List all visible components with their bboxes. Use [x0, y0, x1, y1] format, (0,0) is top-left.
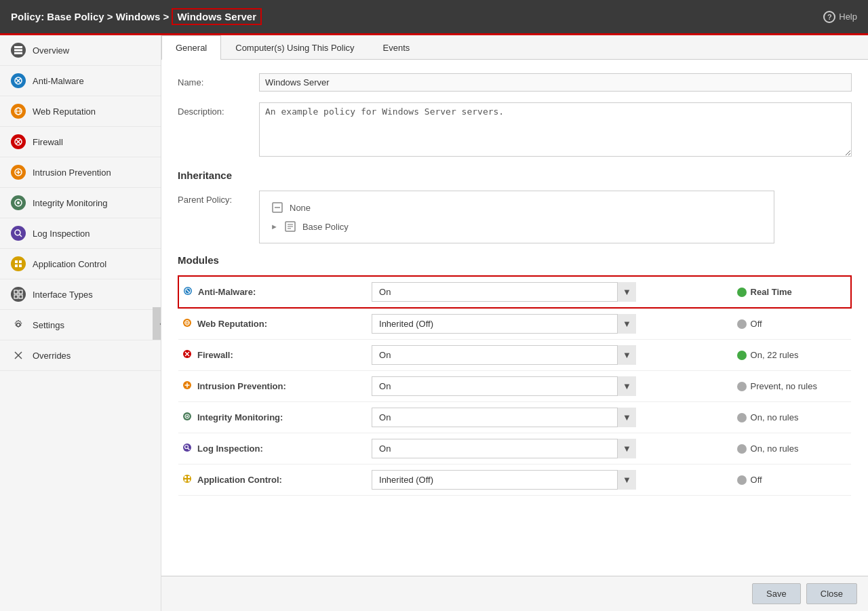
inheritance-box: None ► Base Policy — [259, 191, 774, 243]
svg-rect-1 — [14, 50, 22, 52]
module-name-web-reputation: Web Reputation: — [197, 319, 267, 329]
name-input[interactable] — [259, 73, 852, 92]
name-row: Name: — [178, 73, 852, 92]
sidebar-item-overrides[interactable]: Overrides — [0, 340, 161, 371]
tabs-bar: GeneralComputer(s) Using This PolicyEven… — [161, 35, 868, 60]
svg-rect-56 — [184, 476, 186, 478]
inheritance-heading: Inheritance — [178, 170, 852, 181]
sidebar-item-intrusion-prevention[interactable]: Intrusion Prevention — [0, 157, 161, 188]
parent-policy-label: Parent Policy: — [178, 191, 259, 205]
tab-computers-using[interactable]: Computer(s) Using This Policy — [221, 35, 368, 60]
firewall-sidebar-icon — [11, 134, 26, 149]
module-status-cell-log-inspection: On, no rules — [725, 433, 851, 465]
integrity-module-icon — [182, 412, 192, 423]
module-select-cell-integrity-monitoring: On ▼ — [368, 402, 725, 433]
module-select-firewall[interactable]: On — [372, 345, 636, 365]
sidebar-item-log-inspection[interactable]: Log Inspection — [0, 218, 161, 249]
module-select-intrusion-prevention[interactable]: On — [372, 376, 636, 396]
module-name-firewall: Firewall: — [197, 350, 233, 360]
status-dot-integrity-monitoring — [737, 413, 747, 422]
module-select-cell-anti-malware: On ▼ — [368, 276, 725, 308]
svg-rect-59 — [188, 479, 190, 481]
sidebar-collapse-button[interactable]: ‹ — [153, 307, 161, 340]
status-text-integrity-monitoring: On, no rules — [751, 412, 799, 422]
status-text-firewall: On, 22 rules — [751, 350, 799, 360]
footer: Save Close — [161, 576, 868, 611]
status-dot-web-reputation — [737, 319, 747, 329]
interface-sidebar-icon — [11, 287, 26, 302]
svg-point-55 — [183, 475, 191, 483]
none-row: None — [271, 198, 763, 217]
svg-rect-0 — [14, 46, 22, 48]
module-select-application-control[interactable]: Inherited (Off) — [372, 470, 636, 490]
base-policy-row: ► Base Policy — [271, 217, 763, 236]
svg-rect-20 — [19, 260, 22, 263]
tab-general[interactable]: General — [161, 35, 221, 60]
intrusion-module-icon — [182, 380, 192, 392]
module-select-cell-log-inspection: On ▼ — [368, 433, 725, 465]
svg-rect-22 — [19, 264, 22, 267]
sidebar-item-firewall[interactable]: Firewall — [0, 127, 161, 157]
breadcrumb-base: Base Policy > Windows > — [47, 11, 172, 22]
help-label: Help — [839, 12, 857, 22]
module-status-cell-application-control: Off — [725, 465, 851, 496]
status-text-log-inspection: On, no rules — [751, 444, 799, 454]
integrity-sidebar-icon — [11, 195, 26, 210]
module-row-anti-malware: Anti-Malware: On ▼ Real Time — [178, 276, 851, 308]
modules-heading: Modules — [178, 254, 852, 266]
appcontrol-sidebar-icon — [11, 256, 26, 271]
parent-policy-row: Parent Policy: None ► — [178, 191, 852, 243]
tab-events[interactable]: Events — [369, 35, 425, 60]
sidebar-label-overrides: Overrides — [33, 351, 71, 361]
status-dot-log-inspection — [737, 444, 747, 454]
module-select-web-reputation[interactable]: Inherited (Off) — [372, 314, 636, 334]
breadcrumb: Policy: Base Policy > Windows > Windows … — [11, 11, 262, 22]
module-row-application-control: Application Control: Inherited (Off) ▼ O… — [178, 465, 851, 496]
help-icon: ? — [823, 11, 835, 23]
sidebar-item-web-reputation[interactable]: Web Reputation — [0, 96, 161, 127]
status-dot-application-control — [737, 475, 747, 485]
sidebar-item-integrity-monitoring[interactable]: Integrity Monitoring — [0, 188, 161, 218]
sidebar-label-settings: Settings — [33, 320, 64, 330]
module-select-integrity-monitoring[interactable]: On — [372, 408, 636, 427]
webreputation-module-icon — [182, 318, 192, 330]
module-status-cell-web-reputation: Off — [725, 308, 851, 340]
sidebar-item-settings[interactable]: Settings — [0, 310, 161, 340]
description-label: Description: — [178, 102, 259, 117]
status-text-anti-malware: Real Time — [751, 287, 792, 297]
module-select-anti-malware[interactable]: On — [372, 282, 636, 302]
module-name-application-control: Application Control: — [197, 475, 282, 485]
name-label: Name: — [178, 73, 259, 87]
save-button[interactable]: Save — [752, 583, 801, 604]
sidebar-label-anti-malware: Anti-Malware — [33, 76, 84, 86]
svg-rect-58 — [184, 479, 186, 481]
svg-rect-23 — [14, 290, 18, 294]
close-button[interactable]: Close — [806, 583, 857, 604]
status-text-web-reputation: Off — [751, 319, 762, 329]
overview-sidebar-icon — [11, 43, 26, 58]
module-name-integrity-monitoring: Integrity Monitoring: — [197, 412, 283, 422]
sidebar-item-anti-malware[interactable]: Anti-Malware — [0, 66, 161, 96]
antimalware-sidebar-icon — [11, 73, 26, 88]
module-select-log-inspection[interactable]: On — [372, 439, 636, 458]
svg-rect-21 — [15, 264, 18, 267]
parent-policy-value: None ► Base Policy — [259, 191, 852, 243]
none-label: None — [290, 203, 311, 213]
sidebar-label-log-inspection: Log Inspection — [33, 229, 90, 239]
description-value — [259, 102, 852, 159]
sidebar-item-overview[interactable]: Overview — [0, 35, 161, 66]
help-button[interactable]: ? Help — [823, 11, 857, 23]
sidebar-item-interface-types[interactable]: Interface Types — [0, 279, 161, 310]
module-select-cell-intrusion-prevention: On ▼ — [368, 371, 725, 402]
sidebar-label-web-reputation: Web Reputation — [33, 106, 96, 117]
sidebar-item-application-control[interactable]: Application Control — [0, 249, 161, 279]
loginspection-sidebar-icon — [11, 226, 26, 241]
base-policy-icon — [283, 220, 297, 233]
module-row-firewall: Firewall: On ▼ On, 22 rules — [178, 340, 851, 371]
sidebar-label-application-control: Application Control — [33, 259, 106, 269]
status-dot-firewall — [737, 351, 747, 360]
description-textarea[interactable] — [259, 102, 852, 157]
none-policy-icon — [271, 201, 284, 214]
module-name-log-inspection: Log Inspection: — [197, 444, 263, 454]
chevron-right-icon: ► — [271, 222, 278, 231]
